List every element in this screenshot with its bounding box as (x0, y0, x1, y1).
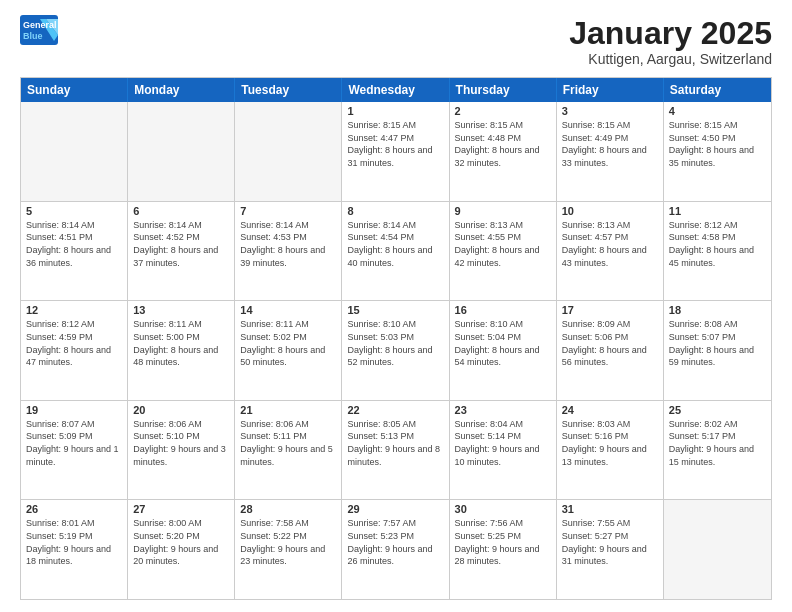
cell-info: Sunrise: 8:13 AM Sunset: 4:57 PM Dayligh… (562, 219, 658, 269)
calendar-row-4: 26Sunrise: 8:01 AM Sunset: 5:19 PM Dayli… (21, 500, 771, 599)
calendar-cell-2-0: 12Sunrise: 8:12 AM Sunset: 4:59 PM Dayli… (21, 301, 128, 400)
day-header-sunday: Sunday (21, 78, 128, 102)
cell-date: 17 (562, 304, 658, 316)
cell-date: 12 (26, 304, 122, 316)
cell-info: Sunrise: 7:56 AM Sunset: 5:25 PM Dayligh… (455, 517, 551, 567)
cell-date: 28 (240, 503, 336, 515)
cell-date: 18 (669, 304, 766, 316)
calendar-cell-0-3: 1Sunrise: 8:15 AM Sunset: 4:47 PM Daylig… (342, 102, 449, 201)
cell-info: Sunrise: 8:12 AM Sunset: 4:59 PM Dayligh… (26, 318, 122, 368)
cell-info: Sunrise: 8:05 AM Sunset: 5:13 PM Dayligh… (347, 418, 443, 468)
calendar-cell-1-3: 8Sunrise: 8:14 AM Sunset: 4:54 PM Daylig… (342, 202, 449, 301)
cell-info: Sunrise: 8:14 AM Sunset: 4:51 PM Dayligh… (26, 219, 122, 269)
calendar-cell-1-1: 6Sunrise: 8:14 AM Sunset: 4:52 PM Daylig… (128, 202, 235, 301)
cell-date: 19 (26, 404, 122, 416)
day-header-wednesday: Wednesday (342, 78, 449, 102)
cell-info: Sunrise: 8:15 AM Sunset: 4:47 PM Dayligh… (347, 119, 443, 169)
cell-info: Sunrise: 8:12 AM Sunset: 4:58 PM Dayligh… (669, 219, 766, 269)
cell-info: Sunrise: 7:58 AM Sunset: 5:22 PM Dayligh… (240, 517, 336, 567)
logo: General Blue (20, 16, 60, 44)
cell-date: 26 (26, 503, 122, 515)
cell-info: Sunrise: 8:09 AM Sunset: 5:06 PM Dayligh… (562, 318, 658, 368)
cell-info: Sunrise: 8:10 AM Sunset: 5:03 PM Dayligh… (347, 318, 443, 368)
calendar-cell-1-0: 5Sunrise: 8:14 AM Sunset: 4:51 PM Daylig… (21, 202, 128, 301)
day-header-saturday: Saturday (664, 78, 771, 102)
calendar-cell-4-2: 28Sunrise: 7:58 AM Sunset: 5:22 PM Dayli… (235, 500, 342, 599)
calendar-cell-3-6: 25Sunrise: 8:02 AM Sunset: 5:17 PM Dayli… (664, 401, 771, 500)
cell-date: 27 (133, 503, 229, 515)
logo-icon: General Blue (20, 16, 60, 44)
cell-info: Sunrise: 7:57 AM Sunset: 5:23 PM Dayligh… (347, 517, 443, 567)
cell-info: Sunrise: 8:06 AM Sunset: 5:11 PM Dayligh… (240, 418, 336, 468)
calendar-cell-2-6: 18Sunrise: 8:08 AM Sunset: 5:07 PM Dayli… (664, 301, 771, 400)
calendar-body: 1Sunrise: 8:15 AM Sunset: 4:47 PM Daylig… (21, 102, 771, 599)
cell-info: Sunrise: 8:02 AM Sunset: 5:17 PM Dayligh… (669, 418, 766, 468)
cell-date: 22 (347, 404, 443, 416)
cell-info: Sunrise: 8:00 AM Sunset: 5:20 PM Dayligh… (133, 517, 229, 567)
cell-date: 20 (133, 404, 229, 416)
calendar-cell-3-4: 23Sunrise: 8:04 AM Sunset: 5:14 PM Dayli… (450, 401, 557, 500)
cell-info: Sunrise: 8:14 AM Sunset: 4:53 PM Dayligh… (240, 219, 336, 269)
cell-info: Sunrise: 8:01 AM Sunset: 5:19 PM Dayligh… (26, 517, 122, 567)
cell-info: Sunrise: 8:11 AM Sunset: 5:00 PM Dayligh… (133, 318, 229, 368)
day-header-thursday: Thursday (450, 78, 557, 102)
calendar-cell-4-1: 27Sunrise: 8:00 AM Sunset: 5:20 PM Dayli… (128, 500, 235, 599)
cell-info: Sunrise: 8:10 AM Sunset: 5:04 PM Dayligh… (455, 318, 551, 368)
calendar-cell-0-5: 3Sunrise: 8:15 AM Sunset: 4:49 PM Daylig… (557, 102, 664, 201)
calendar-row-2: 12Sunrise: 8:12 AM Sunset: 4:59 PM Dayli… (21, 301, 771, 401)
calendar-cell-0-6: 4Sunrise: 8:15 AM Sunset: 4:50 PM Daylig… (664, 102, 771, 201)
calendar-cell-0-0 (21, 102, 128, 201)
calendar: Sunday Monday Tuesday Wednesday Thursday… (20, 77, 772, 600)
cell-info: Sunrise: 8:04 AM Sunset: 5:14 PM Dayligh… (455, 418, 551, 468)
cell-info: Sunrise: 8:06 AM Sunset: 5:10 PM Dayligh… (133, 418, 229, 468)
cell-date: 4 (669, 105, 766, 117)
cell-date: 11 (669, 205, 766, 217)
cell-date: 3 (562, 105, 658, 117)
calendar-cell-2-1: 13Sunrise: 8:11 AM Sunset: 5:00 PM Dayli… (128, 301, 235, 400)
calendar-cell-1-6: 11Sunrise: 8:12 AM Sunset: 4:58 PM Dayli… (664, 202, 771, 301)
calendar-cell-4-5: 31Sunrise: 7:55 AM Sunset: 5:27 PM Dayli… (557, 500, 664, 599)
calendar-cell-3-0: 19Sunrise: 8:07 AM Sunset: 5:09 PM Dayli… (21, 401, 128, 500)
calendar-row-0: 1Sunrise: 8:15 AM Sunset: 4:47 PM Daylig… (21, 102, 771, 202)
day-header-tuesday: Tuesday (235, 78, 342, 102)
calendar-cell-3-2: 21Sunrise: 8:06 AM Sunset: 5:11 PM Dayli… (235, 401, 342, 500)
cell-date: 29 (347, 503, 443, 515)
calendar-row-1: 5Sunrise: 8:14 AM Sunset: 4:51 PM Daylig… (21, 202, 771, 302)
calendar-cell-4-4: 30Sunrise: 7:56 AM Sunset: 5:25 PM Dayli… (450, 500, 557, 599)
cell-info: Sunrise: 8:15 AM Sunset: 4:49 PM Dayligh… (562, 119, 658, 169)
cell-info: Sunrise: 8:11 AM Sunset: 5:02 PM Dayligh… (240, 318, 336, 368)
calendar-cell-1-4: 9Sunrise: 8:13 AM Sunset: 4:55 PM Daylig… (450, 202, 557, 301)
cell-date: 23 (455, 404, 551, 416)
cell-date: 6 (133, 205, 229, 217)
calendar-cell-4-3: 29Sunrise: 7:57 AM Sunset: 5:23 PM Dayli… (342, 500, 449, 599)
cell-date: 25 (669, 404, 766, 416)
cell-date: 2 (455, 105, 551, 117)
cell-date: 31 (562, 503, 658, 515)
cell-info: Sunrise: 8:15 AM Sunset: 4:50 PM Dayligh… (669, 119, 766, 169)
calendar-cell-1-5: 10Sunrise: 8:13 AM Sunset: 4:57 PM Dayli… (557, 202, 664, 301)
calendar-cell-2-2: 14Sunrise: 8:11 AM Sunset: 5:02 PM Dayli… (235, 301, 342, 400)
cell-date: 7 (240, 205, 336, 217)
cell-info: Sunrise: 8:07 AM Sunset: 5:09 PM Dayligh… (26, 418, 122, 468)
calendar-cell-4-6 (664, 500, 771, 599)
location: Kuttigen, Aargau, Switzerland (569, 51, 772, 67)
cell-date: 8 (347, 205, 443, 217)
calendar-cell-0-1 (128, 102, 235, 201)
calendar-cell-3-1: 20Sunrise: 8:06 AM Sunset: 5:10 PM Dayli… (128, 401, 235, 500)
cell-info: Sunrise: 8:14 AM Sunset: 4:54 PM Dayligh… (347, 219, 443, 269)
cell-date: 21 (240, 404, 336, 416)
header: General Blue January 2025 Kuttigen, Aarg… (20, 16, 772, 67)
calendar-header: Sunday Monday Tuesday Wednesday Thursday… (21, 78, 771, 102)
cell-date: 13 (133, 304, 229, 316)
cell-date: 1 (347, 105, 443, 117)
svg-text:Blue: Blue (23, 31, 43, 41)
cell-date: 9 (455, 205, 551, 217)
cell-info: Sunrise: 8:08 AM Sunset: 5:07 PM Dayligh… (669, 318, 766, 368)
calendar-cell-0-2 (235, 102, 342, 201)
calendar-cell-4-0: 26Sunrise: 8:01 AM Sunset: 5:19 PM Dayli… (21, 500, 128, 599)
cell-date: 10 (562, 205, 658, 217)
cell-date: 14 (240, 304, 336, 316)
cell-info: Sunrise: 8:15 AM Sunset: 4:48 PM Dayligh… (455, 119, 551, 169)
calendar-cell-0-4: 2Sunrise: 8:15 AM Sunset: 4:48 PM Daylig… (450, 102, 557, 201)
page: General Blue January 2025 Kuttigen, Aarg… (0, 0, 792, 612)
